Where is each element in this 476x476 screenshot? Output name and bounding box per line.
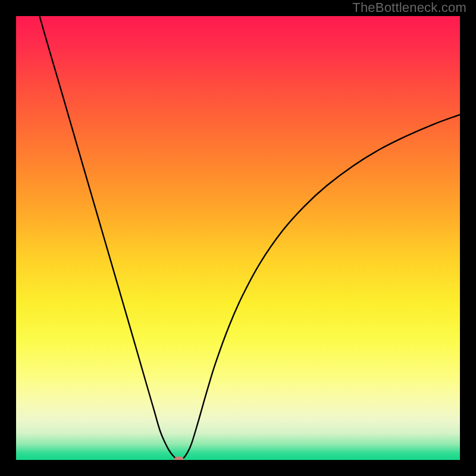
chart-stage: TheBottleneck.com	[0, 0, 476, 476]
plot-background	[16, 16, 460, 460]
bottleneck-plot	[16, 16, 460, 460]
watermark-text: TheBottleneck.com	[352, 0, 466, 15]
